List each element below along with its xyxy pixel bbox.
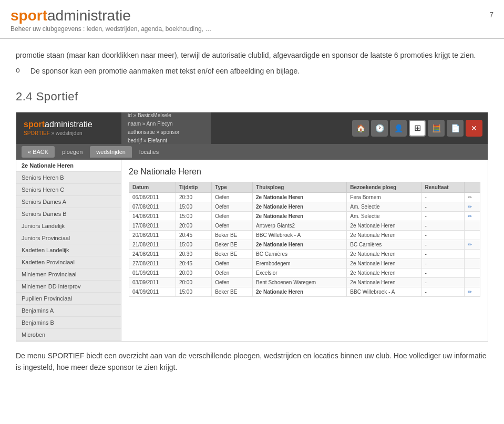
cell-edit[interactable]: ✏	[465, 211, 480, 221]
tab-wedstrijden[interactable]: wedstrijden	[90, 146, 132, 158]
cell-type: Beker BE	[212, 287, 253, 296]
person-icon-btn[interactable]: 👤	[390, 120, 407, 137]
cell-datum: 07/08/2011	[129, 202, 176, 211]
cell-datum: 03/09/2011	[129, 277, 176, 287]
cell-bezoek: 2e Nationale Heren	[347, 221, 421, 230]
cell-resultaat: -	[421, 192, 465, 202]
logo: sportadministratie	[11, 8, 211, 23]
table-row: 24/08/2011 20:30 Beker BE BC Carnières 2…	[129, 249, 480, 258]
calc-icon-btn[interactable]: 🧮	[428, 120, 445, 137]
bullet-item: o De sponsor kan een promotie aanmaken m…	[16, 65, 488, 77]
cell-edit[interactable]: ✏	[465, 192, 480, 202]
sidebar-item-5[interactable]: Juniors Landelijk	[16, 220, 121, 232]
cell-thuis: 2e Nationale Heren	[253, 192, 347, 202]
header-subtitle: Beheer uw clubgegevens : leden, wedstrij…	[11, 25, 211, 33]
cell-datum: 17/08/2011	[129, 221, 176, 230]
cell-thuis: 2e Nationale Heren	[253, 211, 347, 221]
cell-tijdstip: 20:30	[176, 249, 211, 258]
doc-icon-btn[interactable]: 📄	[447, 120, 464, 137]
cell-type: Beker BE	[212, 240, 253, 249]
cell-edit[interactable]: ✏	[465, 240, 480, 249]
sidebar-item-12[interactable]: Benjamins A	[16, 305, 121, 317]
cell-resultaat: -	[421, 249, 465, 258]
sidebar-item-10[interactable]: Miniemen DD interprov	[16, 281, 121, 293]
home-icon-btn[interactable]: 🏠	[352, 120, 369, 137]
table-row: 14/08/2011 15:00 Oefen 2e Nationale Here…	[129, 211, 480, 221]
cell-thuis: Erembodegem	[253, 258, 347, 268]
app-nav-text: SPORTIEF » wedstrijden	[24, 130, 114, 136]
sidebar-item-9[interactable]: Miniemen Provinciaal	[16, 268, 121, 281]
app-nav-wedstrijden: » wedstrijden	[50, 130, 83, 136]
header-left: sportadministratie Beheer uw clubgegeven…	[11, 8, 211, 33]
table-row: 04/09/2011 15:00 Beker BE 2e Nationale H…	[129, 287, 480, 296]
edit-pencil-blue-icon[interactable]: ✏	[468, 289, 472, 295]
sidebar-item-0[interactable]: 2e Nationale Heren	[16, 160, 121, 172]
tab-locaties[interactable]: locaties	[133, 146, 165, 158]
user-naam: naam » Ann Flecyn	[128, 120, 204, 128]
sidebar-item-7[interactable]: Kadetten Landelijk	[16, 244, 121, 256]
section-heading: 2.4 Sportief	[16, 90, 488, 104]
user-authorisatie: authorisatie » sponsor	[128, 128, 204, 137]
cell-resultaat: -	[421, 221, 465, 230]
cell-thuis: 2e Nationale Heren	[253, 240, 347, 249]
cell-resultaat: -	[421, 277, 465, 287]
clock-icon-btn[interactable]: 🕐	[371, 120, 388, 137]
cell-tijdstip: 15:00	[176, 211, 211, 221]
cell-tijdstip: 20:45	[176, 258, 211, 268]
tab-back[interactable]: « BACK	[22, 146, 55, 158]
cell-edit	[465, 249, 480, 258]
sidebar-item-2[interactable]: Seniors Heren C	[16, 184, 121, 196]
cell-edit[interactable]: ✏	[465, 287, 480, 296]
sidebar-item-13[interactable]: Benjamins B	[16, 317, 121, 329]
cell-bezoek: 2e Nationale Heren	[347, 230, 421, 240]
edit-pencil-icon[interactable]: ✏	[468, 194, 472, 200]
table-row: 07/08/2011 15:00 Oefen 2e Nationale Here…	[129, 202, 480, 211]
edit-pencil-blue-icon[interactable]: ✏	[468, 213, 472, 219]
app-logo-area: sportadministratie SPORTIEF » wedstrijde…	[16, 112, 121, 144]
cell-edit	[465, 277, 480, 287]
sidebar-item-6[interactable]: Juniors Provinciaal	[16, 232, 121, 244]
cell-datum: 20/08/2011	[129, 230, 176, 240]
table-row: 03/09/2011 20:00 Oefen Bent Schoenen War…	[129, 277, 480, 287]
content-title: 2e Nationale Heren	[129, 167, 480, 177]
col-tijdstip: Tijdstip	[176, 182, 211, 192]
cell-tijdstip: 15:00	[176, 287, 211, 296]
close-icon-btn[interactable]: ✕	[466, 120, 482, 137]
logo-sport: sport	[11, 7, 47, 24]
sidebar-item-14[interactable]: Microben	[16, 329, 121, 341]
cell-edit	[465, 230, 480, 240]
edit-pencil-blue-icon[interactable]: ✏	[468, 242, 472, 247]
sidebar-item-3[interactable]: Seniors Dames A	[16, 196, 121, 208]
cell-type: Beker BE	[212, 230, 253, 240]
cell-datum: 27/08/2011	[129, 258, 176, 268]
cell-tijdstip: 20:30	[176, 192, 211, 202]
cell-tijdstip: 20:00	[176, 277, 211, 287]
bullet-marker: o	[16, 66, 22, 74]
cell-resultaat: -	[421, 268, 465, 277]
cell-resultaat: -	[421, 258, 465, 268]
sidebar-item-1[interactable]: Seniors Heren B	[16, 172, 121, 184]
cell-bezoek: 2e Nationale Heren	[347, 268, 421, 277]
sidebar-item-11[interactable]: Pupillen Provinciaal	[16, 293, 121, 305]
cell-edit[interactable]: ✏	[465, 202, 480, 211]
sidebar-item-8[interactable]: Kadetten Provinciaal	[16, 256, 121, 268]
tab-ploegen[interactable]: ploegen	[56, 146, 89, 158]
cell-resultaat: -	[421, 287, 465, 296]
edit-pencil-blue-icon[interactable]: ✏	[468, 204, 472, 210]
cell-datum: 14/08/2011	[129, 211, 176, 221]
table-row: 20/08/2011 20:45 Beker BE BBC Willebroek…	[129, 230, 480, 240]
sidebar-item-4[interactable]: Seniors Dames B	[16, 208, 121, 220]
col-type: Type	[212, 182, 253, 192]
cell-resultaat: -	[421, 230, 465, 240]
cell-datum: 04/09/2011	[129, 287, 176, 296]
grid-icon-btn[interactable]: ⊞	[409, 120, 426, 137]
col-bezoek: Bezoekende ploeg	[347, 182, 421, 192]
cell-bezoek: Fera Bornem	[347, 192, 421, 202]
user-bedrijf: bedrijf » Elefannt	[128, 137, 204, 145]
col-datum: Datum	[129, 182, 176, 192]
cell-bezoek: BC Carnières	[347, 240, 421, 249]
app-logo-admin: administratie	[45, 120, 92, 129]
footer-text: De menu SPORTIEF biedt een overzicht aan…	[16, 350, 488, 374]
table-row: 06/08/2011 20:30 Oefen 2e Nationale Here…	[129, 192, 480, 202]
cell-thuis: BC Carnières	[253, 249, 347, 258]
